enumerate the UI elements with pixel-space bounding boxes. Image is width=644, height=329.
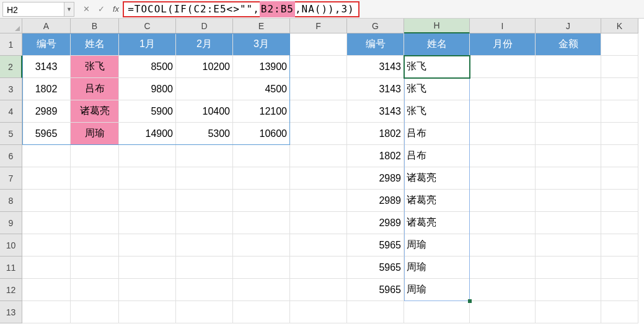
cell-F7[interactable] [290,167,347,190]
left-m2-0[interactable]: 10200 [176,56,233,78]
right-name-9[interactable]: 周瑜 [404,257,470,279]
cell-C12[interactable] [119,279,176,301]
row-header-10[interactable]: 10 [0,234,22,257]
cell-G13[interactable] [347,301,404,323]
cell-I6[interactable] [470,145,536,167]
left-header-3[interactable]: 2月 [176,33,233,56]
column-header-E[interactable]: E [233,19,290,33]
cell-D9[interactable] [176,212,233,234]
cell-F12[interactable] [290,279,347,301]
right-id-3[interactable]: 1802 [347,123,404,145]
right-id-10[interactable]: 5965 [347,279,404,301]
row-header-1[interactable]: 1 [0,33,22,56]
cell-B6[interactable] [71,145,119,167]
cell-I13[interactable] [470,301,536,323]
cell-J2[interactable] [536,56,601,78]
cell-B7[interactable] [71,167,119,190]
left-m3-2[interactable]: 12100 [233,100,290,123]
cell-C13[interactable] [119,301,176,323]
cell-K5[interactable] [601,123,638,145]
cell-J12[interactable] [536,279,601,301]
cell-I9[interactable] [470,212,536,234]
cell-B9[interactable] [71,212,119,234]
right-header-3[interactable]: 金额 [536,33,601,56]
cell-D12[interactable] [176,279,233,301]
cell-I3[interactable] [470,78,536,100]
cell-I12[interactable] [470,279,536,301]
cell-D10[interactable] [176,234,233,257]
cell-B13[interactable] [71,301,119,323]
left-m2-2[interactable]: 10400 [176,100,233,123]
right-name-1[interactable]: 张飞 [404,78,470,100]
row-header-3[interactable]: 3 [0,78,22,100]
cell-H13[interactable] [404,301,470,323]
column-header-K[interactable]: K [601,19,638,33]
left-header-1[interactable]: 姓名 [71,33,119,56]
left-m1-1[interactable]: 9800 [119,78,176,100]
right-id-4[interactable]: 1802 [347,145,404,167]
right-header-2[interactable]: 月份 [470,33,536,56]
right-name-2[interactable]: 张飞 [404,100,470,123]
cancel-icon[interactable]: ✕ [81,4,92,14]
cell-J4[interactable] [536,100,601,123]
cell-B12[interactable] [71,279,119,301]
cell-J5[interactable] [536,123,601,145]
left-name-1[interactable]: 吕布 [71,78,119,100]
cell-C6[interactable] [119,145,176,167]
cell-I4[interactable] [470,100,536,123]
cell-I10[interactable] [470,234,536,257]
column-header-A[interactable]: A [22,19,71,33]
cell-E10[interactable] [233,234,290,257]
right-name-8[interactable]: 周瑜 [404,234,470,257]
cell-A8[interactable] [22,190,71,212]
cell-F6[interactable] [290,145,347,167]
cell-C7[interactable] [119,167,176,190]
cell-C8[interactable] [119,190,176,212]
right-header-0[interactable]: 编号 [347,33,404,56]
cell-J8[interactable] [536,190,601,212]
column-header-D[interactable]: D [176,19,233,33]
cell-D11[interactable] [176,257,233,279]
cell-F4[interactable] [290,100,347,123]
right-id-2[interactable]: 3143 [347,100,404,123]
cell-E12[interactable] [233,279,290,301]
column-header-H[interactable]: H [404,19,470,33]
cell-C9[interactable] [119,212,176,234]
cell-J7[interactable] [536,167,601,190]
cell-A13[interactable] [22,301,71,323]
column-header-G[interactable]: G [347,19,404,33]
right-name-0[interactable]: 张飞 [404,56,470,78]
left-m1-3[interactable]: 14900 [119,123,176,145]
left-name-2[interactable]: 诸葛亮 [71,100,119,123]
row-header-7[interactable]: 7 [0,167,22,190]
right-name-3[interactable]: 吕布 [404,123,470,145]
cell-K10[interactable] [601,234,638,257]
cell-I11[interactable] [470,257,536,279]
column-header-B[interactable]: B [71,19,119,33]
cell-A9[interactable] [22,212,71,234]
left-m3-1[interactable]: 4500 [233,78,290,100]
row-header-8[interactable]: 8 [0,190,22,212]
cell-C11[interactable] [119,257,176,279]
left-id-3[interactable]: 5965 [22,123,71,145]
cell-K9[interactable] [601,212,638,234]
cell-K8[interactable] [601,190,638,212]
left-name-0[interactable]: 张飞 [71,56,119,78]
cell-E11[interactable] [233,257,290,279]
cell-I5[interactable] [470,123,536,145]
cell-E9[interactable] [233,212,290,234]
column-header-C[interactable]: C [119,19,176,33]
name-box[interactable]: H2 [2,2,64,17]
cell-F2[interactable] [290,56,347,78]
cell-A6[interactable] [22,145,71,167]
cell-J6[interactable] [536,145,601,167]
cell-I8[interactable] [470,190,536,212]
cell-D8[interactable] [176,190,233,212]
right-id-5[interactable]: 2989 [347,167,404,190]
cell-F10[interactable] [290,234,347,257]
cell-A12[interactable] [22,279,71,301]
right-id-9[interactable]: 5965 [347,257,404,279]
left-m1-0[interactable]: 8500 [119,56,176,78]
row-header-13[interactable]: 13 [0,301,22,323]
cell-B8[interactable] [71,190,119,212]
